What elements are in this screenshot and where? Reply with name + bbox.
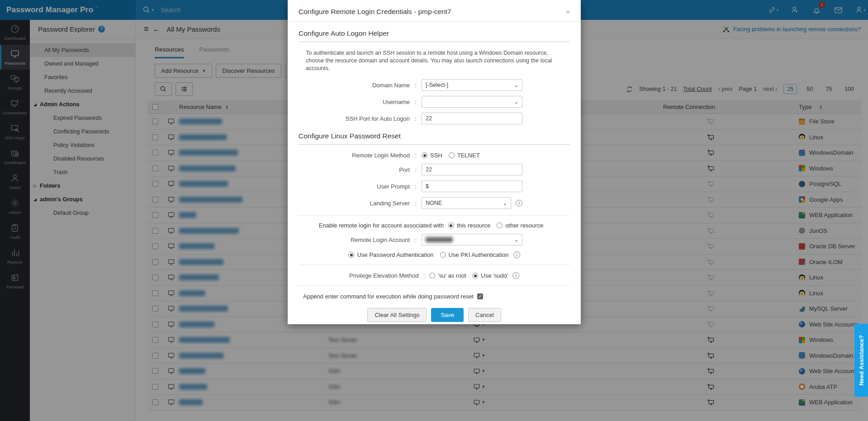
- pki-auth-radio[interactable]: [440, 252, 446, 258]
- domain-name-label: Domain Name: [288, 82, 410, 89]
- modal-close-icon[interactable]: ×: [563, 7, 573, 16]
- modal-title: Configure Remote Login Credentials - pmp…: [299, 8, 451, 16]
- cancel-button[interactable]: Cancel: [468, 308, 501, 322]
- ssh-radio[interactable]: [422, 152, 427, 158]
- remote-login-account-label: Remote Login Account: [288, 237, 410, 243]
- enable-remote-login-label: Enable remote login for account associat…: [319, 222, 444, 229]
- this-resource-radio[interactable]: [448, 222, 454, 228]
- remote-login-method-label: Remote Login Method: [288, 152, 410, 159]
- port-label: Port: [288, 166, 410, 173]
- landing-server-select[interactable]: NONE⌄: [422, 197, 511, 209]
- su-as-root-radio[interactable]: [429, 273, 435, 279]
- sudo-info-icon[interactable]: i: [512, 272, 519, 279]
- telnet-radio[interactable]: [449, 152, 455, 158]
- pki-auth-info-icon[interactable]: i: [513, 251, 520, 258]
- use-sudo-radio[interactable]: [472, 273, 478, 279]
- select-caret-icon: ⌄: [503, 200, 507, 206]
- remote-login-account-select[interactable]: ⌄: [422, 234, 522, 246]
- select-caret-icon: ⌄: [514, 99, 518, 105]
- configure-remote-login-modal: Configure Remote Login Credentials - pmp…: [288, 0, 581, 324]
- ssh-port-input[interactable]: 22: [422, 113, 522, 124]
- save-button[interactable]: Save: [431, 308, 464, 322]
- select-caret-icon: ⌄: [514, 82, 518, 88]
- user-prompt-label: User Prompt: [288, 183, 410, 190]
- clear-all-settings-button[interactable]: Clear All Settings: [367, 308, 427, 322]
- landing-server-info-icon[interactable]: i: [516, 200, 522, 207]
- other-resource-radio[interactable]: [497, 222, 503, 228]
- password-auth-radio[interactable]: [348, 252, 354, 258]
- username-label: Username: [288, 99, 410, 105]
- domain-name-select[interactable]: [-Select-]⌄: [422, 79, 522, 91]
- account-value-redacted: [426, 237, 453, 242]
- append-enter-checkbox[interactable]: ✓: [477, 293, 483, 299]
- auto-logon-intro-text: To authenticate and launch an SSH sessio…: [306, 49, 564, 72]
- user-prompt-input[interactable]: $: [422, 180, 522, 192]
- select-caret-icon: ⌄: [514, 237, 518, 243]
- section-linux-password-reset: Configure Linux Password Reset: [299, 132, 570, 145]
- append-enter-label: Append enter command for execution while…: [303, 293, 474, 300]
- landing-server-label: Landing Server: [288, 200, 410, 207]
- username-select[interactable]: ⌄: [422, 96, 522, 108]
- ssh-port-label: SSH Port for Auto Logon: [288, 115, 410, 122]
- need-assistance-tab[interactable]: Need Assistance?: [854, 324, 868, 397]
- section-auto-logon-helper: Configure Auto Logon Helper: [299, 29, 570, 42]
- privilege-elevation-label: Privilege Elevation Method: [349, 272, 419, 279]
- port-input[interactable]: 22: [422, 164, 522, 175]
